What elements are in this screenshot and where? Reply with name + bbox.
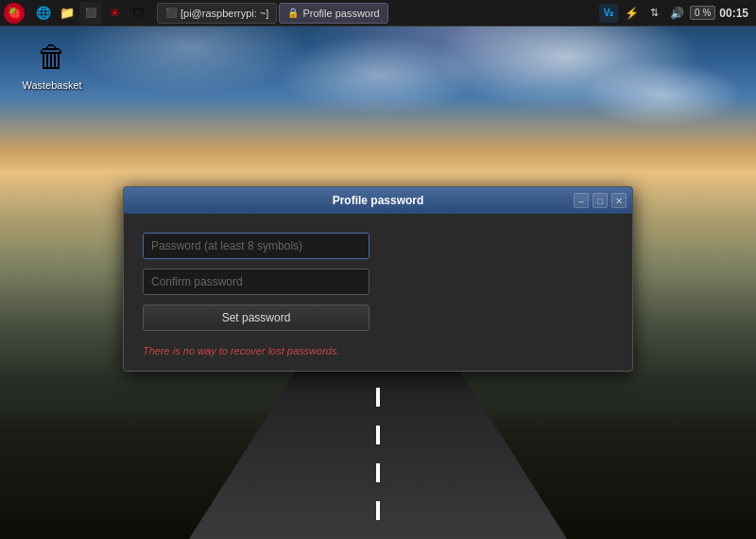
password-input[interactable] <box>143 233 369 259</box>
warning-text: There is no way to recover lost password… <box>143 345 613 356</box>
close-button[interactable]: ✕ <box>611 193 627 208</box>
confirm-password-input[interactable] <box>143 269 369 295</box>
dialog-title: Profile password <box>131 194 625 207</box>
desktop: 🍓 🌐 📁 ⬛ ✳ 🛡 ⬛ [pi@raspberrypi: ~] 🔒 Prof… <box>0 0 756 539</box>
set-password-button[interactable]: Set password <box>143 304 369 331</box>
maximize-button[interactable]: □ <box>593 193 608 208</box>
profile-password-dialog: Profile password – □ ✕ Set pa <box>123 186 633 372</box>
dialog-controls: – □ ✕ <box>574 193 627 208</box>
dialog-titlebar: Profile password – □ ✕ <box>124 187 632 214</box>
dialog-content: Set password There is no way to recover … <box>124 214 632 371</box>
minimize-button[interactable]: – <box>574 193 589 208</box>
dialog-overlay: Profile password – □ ✕ Set pa <box>0 0 756 539</box>
